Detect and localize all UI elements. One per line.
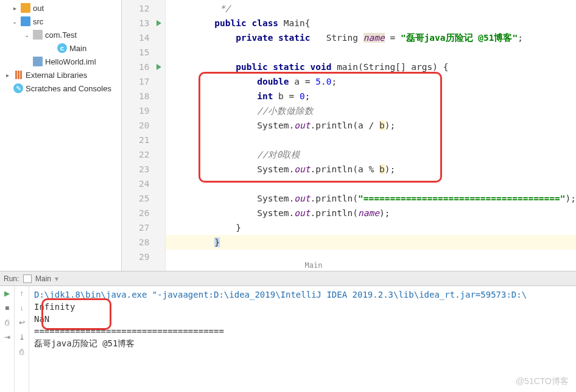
tree-node-external-libraries[interactable]: ▸External Libraries bbox=[0, 68, 121, 82]
tree-label: Scratches and Consoles bbox=[26, 84, 111, 93]
tree-label: com.Test bbox=[45, 30, 77, 40]
editor-gutter: 12 13 14 15 16 17 18 19 20 21 22 23 24 2… bbox=[122, 0, 166, 271]
line-number[interactable]: 13 bbox=[122, 16, 165, 30]
console-line: 磊哥java历险记 @51博客 bbox=[34, 337, 571, 349]
print-button[interactable]: ⎙ bbox=[17, 347, 27, 357]
tree-label: src bbox=[33, 17, 43, 26]
tree-node-scratches[interactable]: ✎Scratches and Consoles bbox=[0, 82, 121, 95]
line-number: 27 bbox=[122, 220, 165, 235]
line-number: 19 bbox=[122, 103, 165, 118]
line-number: 24 bbox=[122, 177, 165, 191]
line-number: 21 bbox=[122, 133, 165, 147]
line-number: 22 bbox=[122, 147, 165, 162]
line-number: 29 bbox=[122, 250, 165, 264]
line-number: 28 bbox=[122, 235, 165, 250]
tree-node-iml[interactable]: HelloWorld.iml bbox=[0, 55, 121, 68]
stop-button[interactable]: ■ bbox=[2, 303, 12, 313]
run-tab[interactable]: Main bbox=[35, 275, 51, 283]
line-number: 20 bbox=[122, 118, 165, 133]
run-config-icon bbox=[23, 275, 32, 283]
line-number: 17 bbox=[122, 74, 165, 89]
line-number: 15 bbox=[122, 45, 165, 60]
tree-label: Main bbox=[69, 44, 86, 53]
up-button[interactable]: ↑ bbox=[17, 289, 27, 298]
project-tree[interactable]: ▸out ⌄src ⌄com.Test cMain HelloWorld.iml… bbox=[0, 0, 122, 271]
run-label: Run: bbox=[4, 275, 19, 283]
scroll-button[interactable]: ⤓ bbox=[17, 332, 27, 342]
tree-label: HelloWorld.iml bbox=[45, 57, 96, 66]
line-number[interactable]: 16 bbox=[122, 60, 165, 74]
tree-label: External Libraries bbox=[26, 71, 87, 80]
exit-button[interactable]: ⇥ bbox=[2, 332, 12, 342]
line-number: 26 bbox=[122, 206, 165, 220]
line-number: 25 bbox=[122, 191, 165, 206]
watermark: @51CTO博客 bbox=[516, 376, 569, 387]
tree-label: out bbox=[33, 4, 44, 13]
tree-node-out[interactable]: ▸out bbox=[0, 1, 121, 15]
rerun-button[interactable]: ▶ bbox=[2, 289, 12, 298]
code-area[interactable]: */ public class Main{ private static Str… bbox=[166, 0, 576, 271]
run-tool-window: Run: Main ▾ ▶ ■ ⎙ ⇥ ↑ ↓ ↩ ⤓ ⎙ D:\jdk1.8\… bbox=[0, 271, 576, 392]
line-number: 18 bbox=[122, 89, 165, 103]
console-line: Infinity bbox=[34, 301, 571, 313]
code-editor[interactable]: 12 13 14 15 16 17 18 19 20 21 22 23 24 2… bbox=[122, 0, 576, 271]
breadcrumb[interactable]: Main bbox=[304, 261, 322, 270]
wrap-button[interactable]: ↩ bbox=[17, 318, 27, 327]
tree-node-main-class[interactable]: cMain bbox=[0, 41, 121, 55]
console-line: NaN bbox=[34, 313, 571, 325]
line-number: 14 bbox=[122, 30, 165, 45]
tree-node-src[interactable]: ⌄src bbox=[0, 15, 121, 28]
console-command: D:\jdk1.8\bin\java.exe "-javaagent:D:\id… bbox=[34, 289, 571, 301]
console-line: ===================================== bbox=[34, 325, 571, 337]
run-toolbar-right: ↑ ↓ ↩ ⤓ ⎙ bbox=[15, 286, 29, 392]
dump-button[interactable]: ⎙ bbox=[2, 318, 12, 327]
console-output[interactable]: D:\jdk1.8\bin\java.exe "-javaagent:D:\id… bbox=[29, 286, 576, 392]
line-number: 12 bbox=[122, 1, 165, 16]
down-button[interactable]: ↓ bbox=[17, 303, 27, 313]
run-toolbar-left: ▶ ■ ⎙ ⇥ bbox=[0, 286, 15, 392]
run-header[interactable]: Run: Main ▾ bbox=[0, 271, 576, 286]
line-number: 23 bbox=[122, 162, 165, 177]
tree-node-package[interactable]: ⌄com.Test bbox=[0, 28, 121, 41]
